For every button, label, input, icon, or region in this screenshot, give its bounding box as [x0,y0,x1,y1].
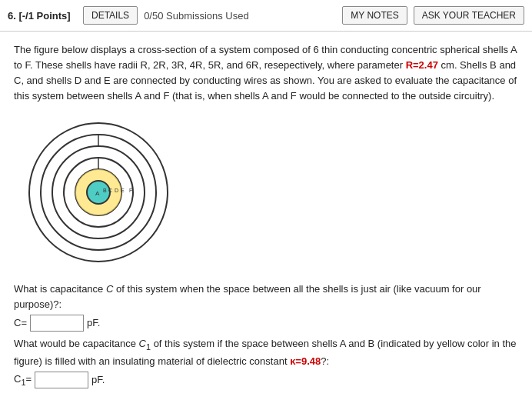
C1-eq-label: C1= [14,372,32,389]
my-notes-button[interactable]: MY NOTES [342,6,407,25]
C-input-row: C= pF. [14,315,518,332]
C-unit: pF. [87,315,100,332]
figure-area: A B C D E F [22,115,518,269]
question2-text: What would be capacitance C1 of this sys… [14,336,518,370]
ask-teacher-button[interactable]: ASK YOUR TEACHER [414,6,524,25]
details-button[interactable]: DETAILS [83,6,138,25]
header-bar: 6. [-/1 Points] DETAILS 0/50 Submissions… [0,0,532,32]
C1-symbol: C [139,338,146,349]
C1-input-row: C1= pF. [14,372,518,389]
svg-text:F: F [129,188,132,193]
kappa-value: κ=9.48 [290,355,321,367]
points-label: 6. [-/1 Points] [8,10,77,22]
C-eq-label: C= [14,315,27,332]
C1-input[interactable] [35,372,88,388]
svg-text:A: A [95,190,100,197]
submissions-text: 0/50 Submissions Used [144,10,336,22]
C-input[interactable] [30,315,84,332]
main-content: The figure below displays a cross-sectio… [0,32,532,402]
question1-text: What is capacitance C of this system whe… [14,282,518,314]
C1-subscript: 1 [146,342,151,352]
svg-text:C: C [108,188,112,193]
svg-text:B: B [103,188,107,193]
svg-text:E: E [121,188,125,193]
C1-unit: pF. [91,372,105,388]
R-value: R=2.47 [406,59,438,71]
svg-text:D: D [115,188,118,193]
question-section-1: What is capacitance C of this system whe… [14,282,518,389]
concentric-diagram: A B C D E F [22,115,175,269]
C-symbol: C [106,283,113,295]
problem-text: The figure below displays a cross-sectio… [14,42,518,105]
